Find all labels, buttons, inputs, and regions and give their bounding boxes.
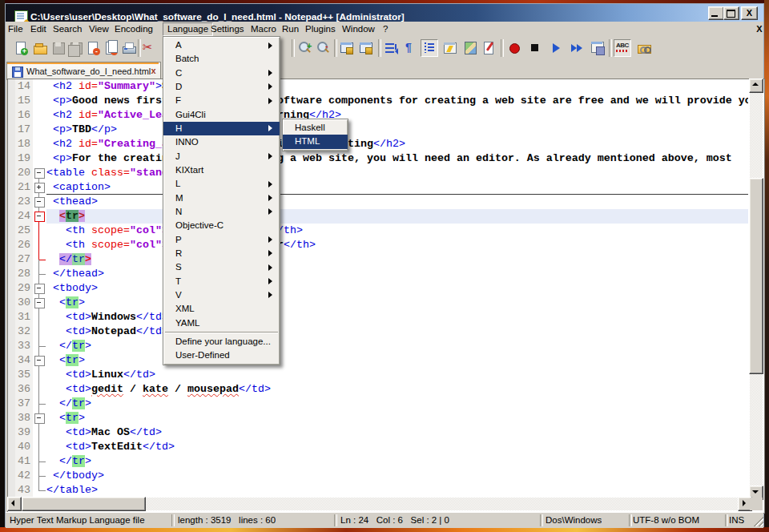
menu-option-xml[interactable]: XML [163,302,280,316]
fold-collapse-box[interactable] [34,212,45,222]
msave-icon[interactable] [590,40,606,56]
menu-option-yaml[interactable]: YAML [163,316,280,330]
fold-collapse-box[interactable] [34,284,45,294]
indent-icon[interactable] [421,39,438,57]
menu-item-plugins[interactable]: Plugins [301,22,340,36]
line-number: 42 [13,469,30,483]
fold-collapse-box[interactable] [34,197,45,208]
menu-option-s[interactable]: S [163,260,280,274]
menu-item-settings[interactable]: Settings [207,22,248,36]
submenu-arrow-icon [268,70,276,76]
code-line-27: </tr> [46,252,91,267]
scroll-left-button[interactable] [7,497,22,511]
record-icon[interactable] [506,40,522,56]
line-number: 25 [13,224,30,238]
menu-option-a[interactable]: A [163,38,280,52]
line-number: 32 [13,324,30,339]
code-area[interactable]: <h2 id="Summary">Summary</h2> <p>Good ne… [46,79,748,498]
link-icon[interactable] [636,40,652,56]
play-icon[interactable] [548,40,564,56]
menu-option-gui4cli[interactable]: Gui4Cli [163,108,280,122]
line-number: 17 [13,123,30,137]
submenu-arrow-icon [268,292,276,298]
menu-option-c[interactable]: C [163,66,280,80]
synch-icon[interactable] [358,40,374,56]
print-icon[interactable] [121,40,137,56]
menu-option-haskell[interactable]: Haskell [283,121,348,135]
status-field-4: UTF-8 w/o BOM [633,514,699,526]
horizontal-scrollbar[interactable] [8,498,750,510]
menu-item-view[interactable]: View [85,22,113,36]
menu-option-p[interactable]: P [163,233,280,247]
menu-option-j[interactable]: J [163,150,280,163]
ff-icon[interactable] [569,40,585,56]
cut-icon[interactable]: ✂ [142,40,158,56]
saveall-icon[interactable] [68,40,84,56]
horizontal-scroll-thumb[interactable] [22,497,146,511]
menu-option-t[interactable]: T [163,275,280,288]
line-number: 20 [13,166,30,180]
menu-option-h[interactable]: H [163,122,280,135]
menu-item-language[interactable]: Language [163,22,213,36]
menu-option-batch[interactable]: Batch [163,52,280,66]
scroll-up-button[interactable] [749,79,763,93]
close-icon[interactable]: - [86,40,102,56]
menu-item-search[interactable]: Search [49,22,86,36]
menu-item-[interactable]: ? [379,22,392,36]
menu-option-define-your-language-[interactable]: Define your language... [163,335,280,349]
close-button[interactable] [741,6,758,20]
fold-collapse-box[interactable] [34,298,45,308]
closeall-icon[interactable]: - [103,40,119,56]
menu-bar: FileEditSearchViewEncodingLanguageSettin… [6,22,763,37]
map-icon[interactable] [462,40,478,56]
tab-close-icon[interactable]: x [148,66,159,76]
zoomin-icon[interactable]: + [296,40,312,56]
resize-grip[interactable] [754,517,763,526]
menu-option-inno[interactable]: INNO [163,135,280,149]
func-icon[interactable] [442,40,458,56]
new-icon[interactable]: + [14,40,30,56]
menu-option-r[interactable]: R [163,247,280,260]
title-bar[interactable]: C:\Users\user\Desktop\What_software_do_I… [6,4,763,22]
menu-option-html[interactable]: HTML [283,135,348,148]
pen-icon[interactable] [481,40,497,56]
menu-option-user-defined[interactable]: User-Defined [163,349,280,362]
fold-collapse-box[interactable] [34,413,45,424]
menu-item-macro[interactable]: Macro [247,22,280,36]
submenu-arrow-icon [268,83,276,90]
menu-option-m[interactable]: M [163,191,280,205]
document-close-icon[interactable]: X [753,22,766,36]
pilcrow-icon[interactable]: ¶ [402,40,418,56]
menu-item-encoding[interactable]: Encoding [111,22,157,36]
vertical-scrollbar[interactable] [750,79,763,498]
menu-item-run[interactable]: Run [278,22,303,36]
menu-option-l[interactable]: L [163,177,280,191]
toolbar-separator [501,39,504,57]
menu-option-n[interactable]: N [163,205,280,219]
zoomout-icon[interactable]: - [315,40,331,56]
menu-option-v[interactable]: V [163,288,280,302]
stop-icon[interactable] [527,40,543,56]
tab-active[interactable]: What_software_do_I_need.html x [6,62,161,80]
save-icon[interactable] [50,40,66,56]
maximize-button[interactable] [723,6,739,20]
fold-collapse-box[interactable] [34,356,45,366]
minimize-button[interactable] [708,6,724,20]
menu-option-f[interactable]: F [163,94,280,107]
syncv-icon[interactable] [339,40,355,56]
menu-item-file[interactable]: File [4,22,27,36]
open-icon[interactable] [32,40,48,56]
vertical-scroll-thumb[interactable] [749,178,763,374]
abc-icon[interactable]: ABC [614,39,631,57]
menu-item-edit[interactable]: Edit [26,22,50,36]
line-number: 14 [13,79,30,94]
fold-collapse-box[interactable] [34,168,45,179]
status-separator [171,514,175,526]
menu-option-kixtart[interactable]: KIXtart [163,163,280,177]
menu-option-d[interactable]: D [163,80,280,94]
menu-option-objective-c[interactable]: Objective-C [163,219,280,232]
menu-item-window[interactable]: Window [338,22,379,36]
wrap-icon[interactable] [383,40,399,56]
fold-expand-box[interactable] [34,183,45,193]
fold-margin[interactable] [33,79,46,498]
